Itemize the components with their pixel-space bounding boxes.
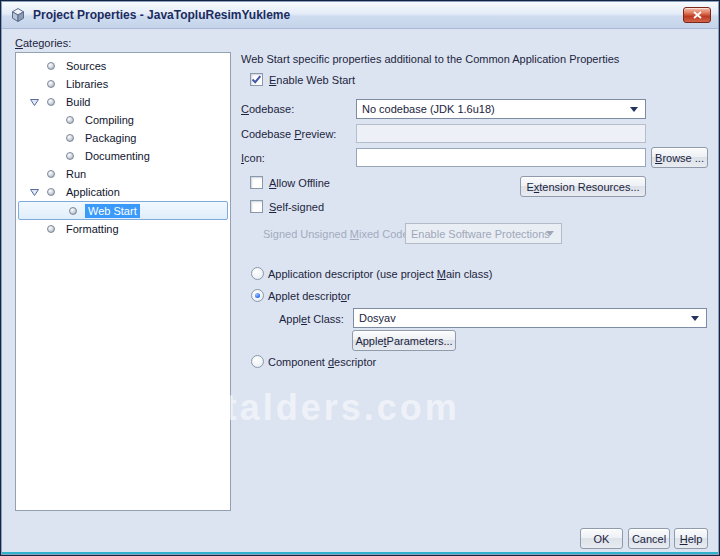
window-title: Project Properties - JavaTopluResimYukle… xyxy=(33,8,290,22)
node-icon xyxy=(47,62,55,70)
node-icon xyxy=(47,225,55,233)
help-button[interactable]: Help xyxy=(674,528,708,549)
cancel-button[interactable]: Cancel xyxy=(628,528,670,549)
panel-header: Web Start specific properties additional… xyxy=(241,53,619,65)
close-icon xyxy=(693,11,702,19)
applet-descriptor-radio[interactable] xyxy=(251,289,264,302)
applet-parameters-button[interactable]: Applet Parameters... xyxy=(352,330,456,351)
node-icon xyxy=(47,80,55,88)
applet-descriptor-label: Applet descriptor xyxy=(268,290,351,302)
icon-label: Icon: xyxy=(241,152,265,164)
node-icon xyxy=(66,152,74,160)
node-icon xyxy=(66,134,74,142)
enable-web-start-checkbox[interactable] xyxy=(250,73,263,86)
codebase-preview-input xyxy=(356,124,646,143)
allow-offline-label: Allow Offline xyxy=(269,177,330,189)
codebase-label: Codebase: xyxy=(241,103,294,115)
node-icon xyxy=(47,170,55,178)
codebase-preview-label: Codebase Preview: xyxy=(241,128,336,140)
application-descriptor-radio[interactable] xyxy=(251,267,264,280)
node-icon xyxy=(66,116,74,124)
self-signed-label: Self-signed xyxy=(269,201,324,213)
cube-project-icon xyxy=(10,7,26,23)
icon-input[interactable] xyxy=(356,148,646,167)
mixed-code-select: Enable Software Protections xyxy=(405,223,562,244)
component-descriptor-label: Component descriptor xyxy=(268,356,376,368)
chevron-down-icon xyxy=(691,316,699,321)
expander-icon[interactable] xyxy=(21,99,47,106)
chevron-down-icon xyxy=(546,231,554,236)
tree-item-documenting[interactable]: Documenting xyxy=(16,147,230,165)
ok-button[interactable]: OK xyxy=(580,528,623,549)
node-icon xyxy=(69,207,77,215)
mixed-code-label: Signed Unsigned Mixed Code: xyxy=(263,228,412,240)
tree-item-application[interactable]: Application xyxy=(16,183,230,201)
checkmark-icon xyxy=(251,74,262,85)
allow-offline-checkbox[interactable] xyxy=(250,176,263,189)
tree-item-compiling[interactable]: Compiling xyxy=(16,111,230,129)
component-descriptor-radio[interactable] xyxy=(251,355,264,368)
project-properties-dialog: Project Properties - JavaTopluResimYukle… xyxy=(0,0,720,556)
applet-class-label: Applet Class: xyxy=(279,313,344,325)
tree-item-web-start[interactable]: Web Start xyxy=(18,201,228,220)
node-icon xyxy=(47,98,55,106)
close-button[interactable] xyxy=(683,7,711,23)
categories-label: Categories: xyxy=(15,37,71,49)
extension-resources-button[interactable]: Extension Resources... xyxy=(520,176,646,197)
tree-item-packaging[interactable]: Packaging xyxy=(16,129,230,147)
application-descriptor-label: Application descriptor (use project Main… xyxy=(268,268,492,280)
browse-button[interactable]: Browse ... xyxy=(651,147,708,168)
codebase-select[interactable]: No codebase (JDK 1.6u18) xyxy=(356,99,646,119)
tree-item-libraries[interactable]: Libraries xyxy=(16,75,230,93)
expander-icon[interactable] xyxy=(21,189,47,196)
title-bar: Project Properties - JavaTopluResimYukle… xyxy=(2,2,718,29)
node-icon xyxy=(47,188,55,196)
chevron-down-icon xyxy=(630,107,638,112)
enable-web-start-label: Enable Web Start xyxy=(269,74,355,86)
tree-item-sources[interactable]: Sources xyxy=(16,57,230,75)
tree-item-run[interactable]: Run xyxy=(16,165,230,183)
self-signed-checkbox[interactable] xyxy=(250,200,263,213)
tree-item-formatting[interactable]: Formatting xyxy=(16,220,230,238)
categories-tree: Sources Libraries Build Compiling Packag… xyxy=(15,52,231,511)
applet-class-select[interactable]: Dosyav xyxy=(353,308,707,328)
tree-item-build[interactable]: Build xyxy=(16,93,230,111)
